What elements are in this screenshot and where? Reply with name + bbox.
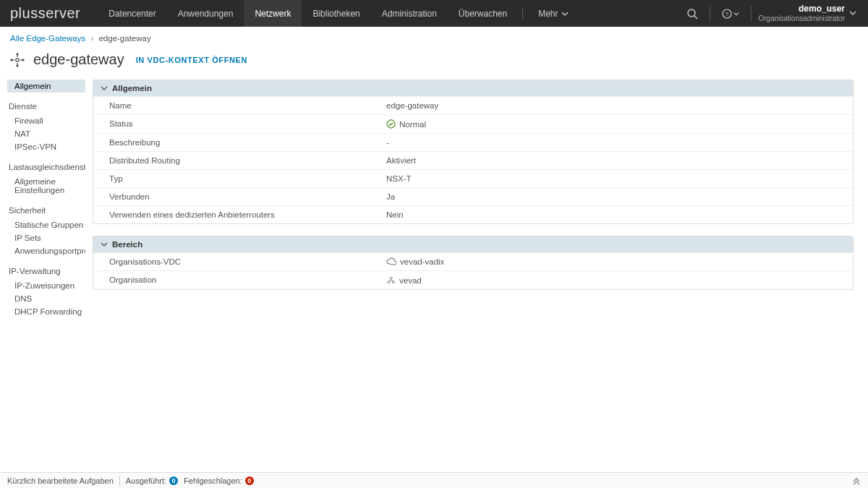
search-icon [686, 8, 698, 20]
panel-scope-title: Bereich [112, 240, 142, 249]
topbar-sep-2 [751, 6, 752, 22]
page-header: edge-gateway IN VDC-KONTEXT ÖFFNEN [0, 46, 868, 80]
breadcrumb-root[interactable]: Alle Edge-Gateways [10, 34, 85, 43]
label-org-vdc: Organisations-VDC [93, 253, 379, 270]
value-org-vdc-text: vevad-vadix [400, 257, 444, 266]
label-organisation: Organisation [93, 271, 379, 289]
sidebar-item-lb-settings[interactable]: Allgemeine Einstellungen [7, 175, 85, 197]
user-menu[interactable]: demo_user Organisationsadministrator [759, 4, 859, 22]
user-role: Organisationsadministrator [759, 14, 846, 23]
label-dedicated-router: Verwenden eines dedizierten Anbieterrout… [93, 206, 379, 223]
row-dist-routing: Distributed Routing Aktiviert [93, 151, 853, 169]
label-status: Status [93, 115, 379, 133]
page-title: edge-gateway [33, 51, 124, 68]
label-description: Beschreibung [93, 134, 379, 151]
row-type: Typ NSX-T [93, 169, 853, 187]
sidebar-heading-lastausgleich: Lastausgleichsdienst [7, 159, 85, 175]
topbar: plusserver Datencenter Anwendungen Netzw… [0, 0, 868, 27]
sidebar-item-nat[interactable]: NAT [7, 127, 85, 140]
value-dedicated-router: Nein [379, 206, 853, 223]
brand-logo[interactable]: plusserver [10, 5, 80, 22]
value-description: - [379, 134, 853, 151]
help-icon: ? [722, 9, 732, 19]
chevron-double-up-icon [852, 476, 861, 485]
value-type: NSX-T [379, 170, 853, 187]
panel-general-title: Allgemein [112, 84, 152, 93]
sidebar-item-ip-sets[interactable]: IP Sets [7, 231, 85, 244]
task-footer: Kürzlich bearbeitete Aufgaben Ausgeführt… [0, 472, 868, 488]
svg-point-4 [16, 58, 19, 61]
value-status-text: Normal [399, 120, 426, 129]
sidebar-item-dns[interactable]: DNS [7, 292, 85, 305]
svg-text:?: ? [725, 11, 728, 17]
nav-bibliotheken[interactable]: Bibliotheken [302, 0, 370, 27]
panel-scope-header[interactable]: Bereich [93, 236, 853, 252]
org-icon [386, 275, 396, 285]
svg-line-1 [694, 16, 697, 19]
value-organisation-text: vevad [399, 276, 422, 285]
svg-point-13 [387, 120, 395, 128]
sidebar-heading-dienste: Dienste [7, 98, 85, 114]
row-organisation: Organisation vevad [93, 270, 853, 289]
footer-failed[interactable]: Fehlgeschlagen: 0 [184, 476, 254, 485]
label-type: Typ [93, 170, 379, 187]
content-area: Allgemein Name edge-gateway Status Norma… [85, 80, 861, 472]
help-menu[interactable]: ? [718, 9, 744, 19]
main-area: Allgemein Dienste Firewall NAT IPSec-VPN… [0, 80, 868, 472]
sidebar-item-dhcp-forwarding[interactable]: DHCP Forwarding [7, 305, 85, 318]
svg-point-16 [392, 281, 394, 283]
top-navigation: Datencenter Anwendungen Netzwerk Bibliot… [98, 0, 579, 27]
sidebar-item-app-port-profiles[interactable]: Anwendungsportprofile [7, 244, 85, 257]
value-name: edge-gateway [379, 97, 853, 114]
topbar-right: ? demo_user Organisationsadministrator [682, 0, 859, 27]
sidebar-heading-ip-verwaltung: IP-Verwaltung [7, 263, 85, 279]
footer-failed-label: Fehlgeschlagen: [184, 476, 242, 485]
value-org-vdc: vevad-vadix [379, 253, 853, 270]
nav-more[interactable]: Mehr [527, 0, 579, 27]
nav-netzwerk[interactable]: Netzwerk [244, 0, 302, 27]
chevron-down-icon [849, 9, 856, 17]
row-dedicated-router: Verwenden eines dedizierten Anbieterrout… [93, 205, 853, 223]
label-name: Name [93, 97, 379, 114]
cloud-icon [386, 257, 396, 266]
sidebar-item-firewall[interactable]: Firewall [7, 114, 85, 127]
svg-point-14 [390, 277, 392, 279]
label-connected: Verbunden [93, 188, 379, 205]
nav-more-label: Mehr [538, 9, 558, 19]
sidebar-item-static-groups[interactable]: Statische Gruppen [7, 218, 85, 231]
nav-datencenter[interactable]: Datencenter [98, 0, 166, 27]
breadcrumb-current: edge-gateway [98, 34, 150, 43]
breadcrumb-separator: › [90, 34, 93, 43]
brand-text: plusserver [10, 5, 80, 22]
sidebar-heading-sicherheit: Sicherheit [7, 202, 85, 218]
panel-general-header[interactable]: Allgemein [93, 80, 853, 96]
footer-recent-label: Kürzlich bearbeitete Aufgaben [7, 476, 114, 485]
nav-ueberwachen[interactable]: Überwachen [448, 0, 518, 27]
footer-running[interactable]: Ausgeführt: 0 [126, 476, 178, 485]
svg-point-15 [388, 281, 390, 283]
row-connected: Verbunden Ja [93, 187, 853, 205]
sidebar-item-ipsec-vpn[interactable]: IPSec-VPN [7, 140, 85, 153]
chevron-down-icon [561, 10, 569, 17]
footer-recent-tasks[interactable]: Kürzlich bearbeitete Aufgaben [7, 476, 114, 485]
search-button[interactable] [682, 8, 702, 20]
sidebar: Allgemein Dienste Firewall NAT IPSec-VPN… [7, 80, 85, 472]
nav-anwendungen[interactable]: Anwendungen [167, 0, 244, 27]
sidebar-item-allgemein[interactable]: Allgemein [7, 80, 85, 93]
chevron-down-icon [101, 85, 108, 92]
footer-running-label: Ausgeführt: [126, 476, 166, 485]
breadcrumb: Alle Edge-Gateways › edge-gateway [0, 27, 868, 46]
sidebar-item-ip-allocations[interactable]: IP-Zuweisungen [7, 279, 85, 292]
edge-gateway-icon [10, 53, 25, 67]
chevron-down-icon [101, 241, 108, 248]
open-in-vdc-link[interactable]: IN VDC-KONTEXT ÖFFNEN [136, 56, 247, 64]
label-dist-routing: Distributed Routing [93, 152, 379, 169]
row-description: Beschreibung - [93, 133, 853, 151]
nav-administration[interactable]: Administration [371, 0, 448, 27]
nav-divider [522, 7, 523, 20]
row-org-vdc: Organisations-VDC vevad-vadix [93, 252, 853, 270]
svg-point-0 [688, 9, 695, 17]
topbar-sep-1 [710, 6, 710, 22]
footer-expand-button[interactable] [852, 476, 861, 485]
status-ok-icon [386, 119, 396, 129]
